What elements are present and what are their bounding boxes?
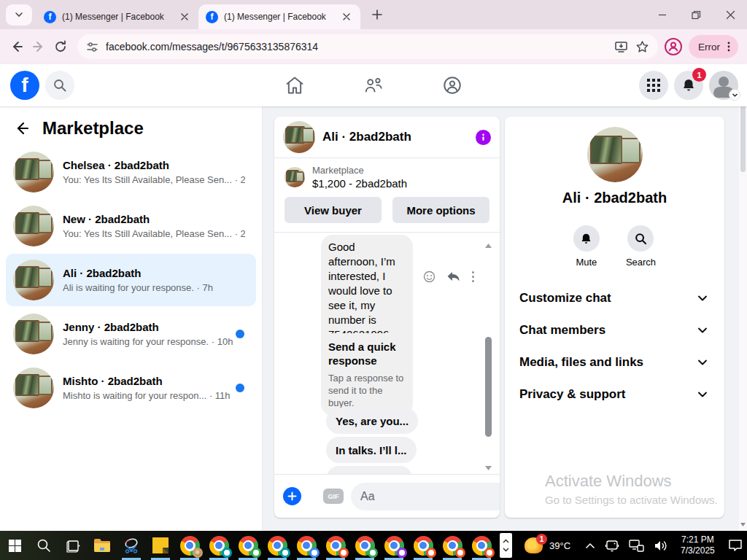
section-customize-chat[interactable]: Customize chat <box>505 282 724 314</box>
chat-list-item-chelsea[interactable]: Chelsea · 2bad2bath You: Yes Its Still A… <box>6 146 256 198</box>
conversation-title[interactable]: Ali · 2bad2bath <box>322 130 411 144</box>
browser-tab-2[interactable]: f (1) Messenger | Facebook <box>198 4 360 29</box>
taskbar-overflow-button[interactable] <box>500 533 512 558</box>
taskbar-chrome-window-11[interactable] <box>467 531 496 560</box>
chevron-down-icon <box>697 357 708 368</box>
chrome-icon <box>443 536 462 556</box>
quick-reply-chip-1[interactable]: Yes, are you... <box>326 408 418 434</box>
task-view-button[interactable] <box>58 531 88 560</box>
taskbar-chrome-window-4[interactable] <box>263 531 292 560</box>
nav-friends[interactable] <box>363 75 384 96</box>
message-input[interactable] <box>360 490 500 503</box>
mute-action[interactable]: Mute <box>573 225 600 268</box>
more-options-button[interactable]: More options <box>392 197 489 223</box>
sticky-note-icon <box>152 537 169 553</box>
attach-plus-button[interactable] <box>283 487 301 505</box>
sticky-notes-button[interactable] <box>146 531 175 560</box>
scroll-down-arrow[interactable] <box>484 465 492 471</box>
tray-expand-chevron[interactable] <box>585 542 595 549</box>
message-scrollbar-thumb[interactable] <box>485 337 492 437</box>
taskbar-chrome-window-9[interactable] <box>409 531 438 560</box>
browser-error-menu-button[interactable]: Error <box>689 35 738 58</box>
listing-label: Marketplace <box>312 165 407 176</box>
apps-menu-button[interactable] <box>639 71 668 100</box>
section-chat-members[interactable]: Chat members <box>505 314 724 346</box>
windows-logo-icon <box>9 540 21 552</box>
url-text[interactable]: facebook.com/messages/t/9675633135876314 <box>106 41 607 52</box>
action-center-button[interactable] <box>722 531 747 560</box>
view-buyer-button[interactable]: View buyer <box>285 197 382 223</box>
taskbar-weather-widget[interactable]: 1 39°C <box>516 537 579 553</box>
listing-thumbnail <box>285 167 305 187</box>
back-button[interactable] <box>6 36 28 58</box>
section-privacy-support[interactable]: Privacy & support <box>505 378 724 411</box>
install-app-icon[interactable] <box>614 40 628 54</box>
scroll-down-arrow[interactable] <box>740 522 746 527</box>
taskbar-chrome-window-1[interactable] <box>175 531 204 560</box>
profile-avatar[interactable] <box>709 71 738 100</box>
chat-list-item-jenny[interactable]: Jenny · 2bad2bath Jenny is waiting for y… <box>6 308 256 360</box>
close-button[interactable] <box>726 10 735 20</box>
page-scrollbar[interactable] <box>739 64 747 531</box>
tray-device-icon[interactable] <box>605 539 619 552</box>
apps-grid-icon <box>647 79 660 92</box>
search-action[interactable]: Search <box>626 225 656 268</box>
minimize-button[interactable] <box>658 10 667 19</box>
chat-list-item-ali[interactable]: Ali · 2bad2bath Ali is waiting for your … <box>6 254 256 306</box>
section-media-files-links[interactable]: Media, files and links <box>505 346 724 378</box>
unread-indicator <box>236 330 244 338</box>
quick-reply-chip-3[interactable]: Sorry, it’s n... <box>326 466 413 474</box>
snipping-tool-button[interactable] <box>117 531 146 560</box>
quick-reply-chip-2[interactable]: In talks. I’ll l... <box>326 437 417 463</box>
nav-groups[interactable] <box>442 75 462 96</box>
taskbar-chrome-window-3[interactable] <box>233 531 263 560</box>
address-bar[interactable]: facebook.com/messages/t/9675633135876314 <box>77 34 658 59</box>
taskbar-chrome-window-2[interactable] <box>204 531 233 560</box>
more-icon[interactable] <box>471 271 475 283</box>
reply-icon[interactable] <box>446 271 460 283</box>
taskbar-chrome-window-7[interactable] <box>350 531 379 560</box>
message-input-pill[interactable] <box>351 483 500 510</box>
conversation-avatar[interactable] <box>283 121 315 153</box>
restore-button[interactable] <box>692 10 701 20</box>
conversation-info-button[interactable] <box>476 130 491 145</box>
quick-response-bubble: Send a quick response Tap a response to … <box>321 333 413 416</box>
taskbar-chrome-window-8[interactable] <box>379 531 409 560</box>
taskbar-search-button[interactable] <box>29 531 58 560</box>
tab-close-icon[interactable] <box>178 10 191 23</box>
notifications-button[interactable]: 1 <box>674 71 703 100</box>
browser-tab-1[interactable]: f (1) Messenger | Facebook <box>36 4 198 29</box>
chrome-profile-badge <box>455 548 465 558</box>
bookmark-star-icon[interactable] <box>635 40 649 54</box>
browser-tab-strip: f (1) Messenger | Facebook f (1) Messeng… <box>0 0 747 29</box>
conversation-profile-photo[interactable] <box>587 127 643 182</box>
back-arrow-icon[interactable] <box>13 120 31 137</box>
react-icon[interactable] <box>423 271 436 283</box>
chevron-up-icon <box>503 539 509 543</box>
forward-button[interactable] <box>28 36 50 58</box>
speaker-icon[interactable] <box>654 540 667 552</box>
network-icon[interactable] <box>629 540 644 552</box>
listing-price: $1,200 - 2bad2bath <box>312 177 407 190</box>
taskbar-clock[interactable]: 7:21 PM 7/3/2025 <box>673 534 722 556</box>
taskbar-chrome-window-10[interactable] <box>438 531 467 560</box>
tab-search-button[interactable] <box>6 4 32 26</box>
marketplace-sidebar: Marketplace Chelsea · 2bad2bath You: Yes… <box>0 106 263 531</box>
taskbar-chrome-window-5[interactable] <box>292 531 321 560</box>
file-explorer-button[interactable] <box>88 531 117 560</box>
taskbar-chrome-window-6[interactable] <box>321 531 350 560</box>
browser-profile-icon[interactable] <box>664 37 683 56</box>
new-tab-button[interactable] <box>368 5 387 24</box>
gif-button[interactable]: GIF <box>323 489 344 504</box>
tab-close-icon[interactable] <box>340 10 353 23</box>
site-settings-icon[interactable] <box>86 41 98 53</box>
chat-list-item-mishto[interactable]: Mishto · 2bad2bath Mishto is waiting for… <box>6 362 256 414</box>
reload-button[interactable] <box>50 36 71 58</box>
nav-home[interactable] <box>285 75 305 96</box>
browser-toolbar: facebook.com/messages/t/9675633135876314… <box>0 29 747 64</box>
start-button[interactable] <box>0 531 29 560</box>
scroll-up-arrow[interactable] <box>484 243 492 249</box>
chat-list-item-new[interactable]: New · 2bad2bath You: Yes Its Still Avail… <box>6 200 256 252</box>
chrome-profile-badge <box>309 548 320 558</box>
clock-time: 7:21 PM <box>681 534 715 545</box>
